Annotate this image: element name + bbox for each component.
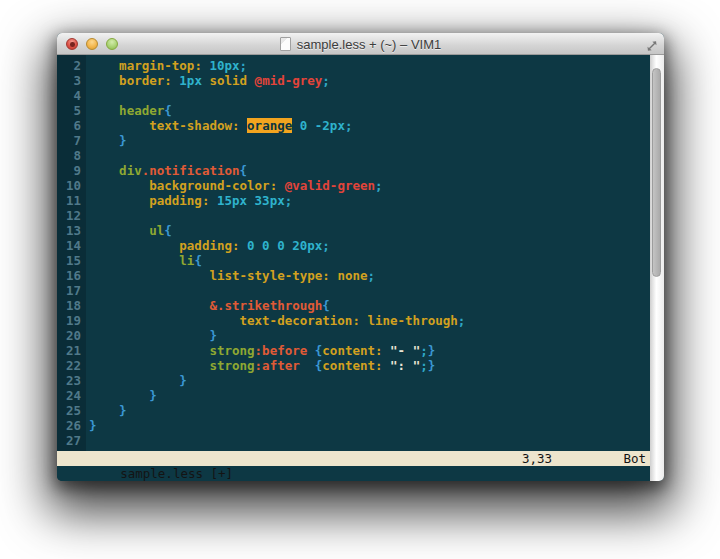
- line-number: 26: [57, 418, 86, 433]
- code-text: }: [86, 328, 217, 343]
- code-text: }: [86, 373, 187, 388]
- code-text: ul{: [86, 223, 172, 238]
- code-text: [86, 148, 89, 163]
- line-number: 10: [57, 178, 86, 193]
- code-line[interactable]: 26}: [57, 418, 650, 433]
- code-line[interactable]: 9 div.notification{: [57, 163, 650, 178]
- code-text: padding: 0 0 0 20px;: [86, 238, 330, 253]
- line-number: 8: [57, 148, 86, 163]
- code-line[interactable]: 3 border: 1px solid @mid-grey;: [57, 73, 650, 88]
- line-number: 20: [57, 328, 86, 343]
- code-line[interactable]: 10 background-color: @valid-green;: [57, 178, 650, 193]
- code-line[interactable]: 22 strong:after {content: ": ";}: [57, 358, 650, 373]
- fullscreen-icon[interactable]: [646, 38, 658, 50]
- line-number: 25: [57, 403, 86, 418]
- line-number: 9: [57, 163, 86, 178]
- editor-pane: 2 margin-top: 10px;3 border: 1px solid @…: [57, 55, 650, 481]
- vim-window: sample.less + (~) – VIM1 2 margin-top: 1…: [57, 33, 664, 481]
- document-icon: [280, 37, 291, 51]
- code-text: strong:after {content: ": ";}: [86, 358, 435, 373]
- window-body: 2 margin-top: 10px;3 border: 1px solid @…: [57, 55, 664, 481]
- code-line[interactable]: 27: [57, 433, 650, 448]
- code-text: [86, 283, 89, 298]
- window-title: sample.less + (~) – VIM1: [297, 37, 442, 52]
- code-text: }: [86, 388, 157, 403]
- code-area[interactable]: 2 margin-top: 10px;3 border: 1px solid @…: [57, 55, 650, 451]
- line-number: 27: [57, 433, 86, 448]
- line-number: 22: [57, 358, 86, 373]
- line-number: 21: [57, 343, 86, 358]
- code-line[interactable]: 21 strong:before {content: "- ";}: [57, 343, 650, 358]
- code-line[interactable]: 15 li{: [57, 253, 650, 268]
- line-number: 3: [57, 73, 86, 88]
- code-text: text-shadow: orange 0 -2px;: [86, 118, 352, 133]
- line-number: 6: [57, 118, 86, 133]
- code-line[interactable]: 17: [57, 283, 650, 298]
- line-number: 7: [57, 133, 86, 148]
- code-text: text-decoration: line-through;: [86, 313, 465, 328]
- code-line[interactable]: 23 }: [57, 373, 650, 388]
- line-number: 24: [57, 388, 86, 403]
- code-line[interactable]: 16 list-style-type: none;: [57, 268, 650, 283]
- code-text: background-color: @valid-green;: [86, 178, 383, 193]
- scrollbar-track[interactable]: [650, 55, 664, 481]
- line-number: 13: [57, 223, 86, 238]
- code-text: list-style-type: none;: [86, 268, 375, 283]
- code-line[interactable]: 11 padding: 15px 33px;: [57, 193, 650, 208]
- code-text: [86, 88, 89, 103]
- title-group: sample.less + (~) – VIM1: [57, 33, 664, 55]
- scrollbar-thumb[interactable]: [652, 68, 661, 277]
- code-line[interactable]: 7 }: [57, 133, 650, 148]
- statusline-scroll-indicator: Bot: [623, 451, 646, 466]
- code-text: }: [86, 133, 127, 148]
- code-line[interactable]: 20 }: [57, 328, 650, 343]
- code-line[interactable]: 6 text-shadow: orange 0 -2px;: [57, 118, 650, 133]
- line-number: 12: [57, 208, 86, 223]
- code-text: [86, 208, 89, 223]
- line-number: 17: [57, 283, 86, 298]
- code-text: header{: [86, 103, 172, 118]
- code-line[interactable]: 14 padding: 0 0 0 20px;: [57, 238, 650, 253]
- code-line[interactable]: 13 ul{: [57, 223, 650, 238]
- title-bar[interactable]: sample.less + (~) – VIM1: [57, 33, 664, 55]
- code-line[interactable]: 25 }: [57, 403, 650, 418]
- line-number: 11: [57, 193, 86, 208]
- code-text: padding: 15px 33px;: [86, 193, 292, 208]
- code-line[interactable]: 4: [57, 88, 650, 103]
- code-text: }: [86, 418, 97, 433]
- statusline-filename: sample.less [+]: [120, 466, 233, 481]
- line-number: 19: [57, 313, 86, 328]
- code-text: }: [86, 403, 127, 418]
- code-line[interactable]: 12: [57, 208, 650, 223]
- line-number: 23: [57, 373, 86, 388]
- code-text: li{: [86, 253, 202, 268]
- line-number: 4: [57, 88, 86, 103]
- code-text: border: 1px solid @mid-grey;: [86, 73, 330, 88]
- statusline-cursor-position: 3,33: [522, 451, 552, 466]
- code-text: &.strikethrough{: [86, 298, 330, 313]
- code-line[interactable]: 18 &.strikethrough{: [57, 298, 650, 313]
- code-text: strong:before {content: "- ";}: [86, 343, 435, 358]
- line-number: 15: [57, 253, 86, 268]
- line-number: 16: [57, 268, 86, 283]
- code-lines: 2 margin-top: 10px;3 border: 1px solid @…: [57, 58, 650, 448]
- code-line[interactable]: 19 text-decoration: line-through;: [57, 313, 650, 328]
- code-line[interactable]: 8: [57, 148, 650, 163]
- code-text: [86, 433, 89, 448]
- vim-statusline: sample.less [+] 3,33 Bot: [57, 451, 650, 466]
- code-text: div.notification{: [86, 163, 247, 178]
- line-number: 2: [57, 58, 86, 73]
- code-text: margin-top: 10px;: [86, 58, 247, 73]
- line-number: 18: [57, 298, 86, 313]
- line-number: 5: [57, 103, 86, 118]
- code-line[interactable]: 24 }: [57, 388, 650, 403]
- code-line[interactable]: 5 header{: [57, 103, 650, 118]
- line-number: 14: [57, 238, 86, 253]
- code-line[interactable]: 2 margin-top: 10px;: [57, 58, 650, 73]
